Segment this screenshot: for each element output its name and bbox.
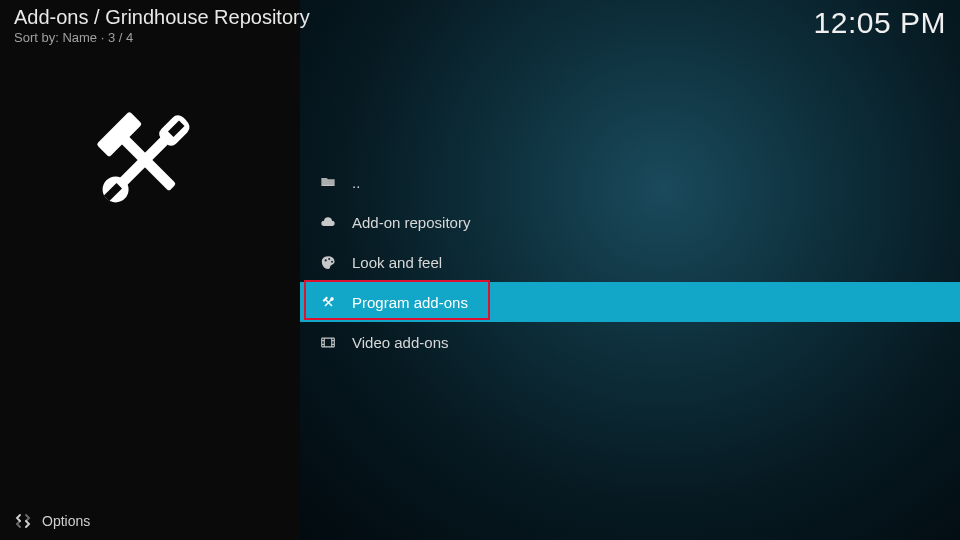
- footer-options[interactable]: Options: [14, 512, 90, 530]
- folder-up-icon: [318, 172, 338, 192]
- svg-point-6: [328, 257, 330, 259]
- item-label: ..: [352, 174, 360, 191]
- item-label: Look and feel: [352, 254, 442, 271]
- paint-icon: [318, 252, 338, 272]
- sort-info: Sort by: Name · 3 / 4: [14, 30, 310, 45]
- list-item-look-feel[interactable]: Look and feel: [300, 242, 960, 282]
- breadcrumb: Add-ons / Grindhouse Repository: [14, 6, 310, 29]
- options-label: Options: [42, 513, 90, 529]
- list-item-video-addons[interactable]: Video add-ons: [300, 322, 960, 362]
- options-icon: [14, 512, 32, 530]
- clock: 12:05 PM: [814, 6, 946, 40]
- cloud-icon: [318, 212, 338, 232]
- content-area: .. Add-on repository: [300, 0, 960, 540]
- list-item-program-addons[interactable]: Program add-ons: [300, 282, 960, 322]
- svg-point-7: [330, 260, 332, 262]
- list-item-repository[interactable]: Add-on repository: [300, 202, 960, 242]
- item-label: Program add-ons: [352, 294, 468, 311]
- svg-rect-12: [322, 338, 335, 347]
- svg-point-5: [324, 259, 326, 261]
- header: Add-ons / Grindhouse Repository Sort by:…: [14, 6, 946, 45]
- addon-list: .. Add-on repository: [300, 162, 960, 362]
- category-icon: [80, 95, 210, 225]
- tools-icon: [318, 292, 338, 312]
- item-label: Add-on repository: [352, 214, 470, 231]
- sidebar: [0, 0, 300, 540]
- film-icon: [318, 332, 338, 352]
- item-label: Video add-ons: [352, 334, 448, 351]
- list-item-parent[interactable]: ..: [300, 162, 960, 202]
